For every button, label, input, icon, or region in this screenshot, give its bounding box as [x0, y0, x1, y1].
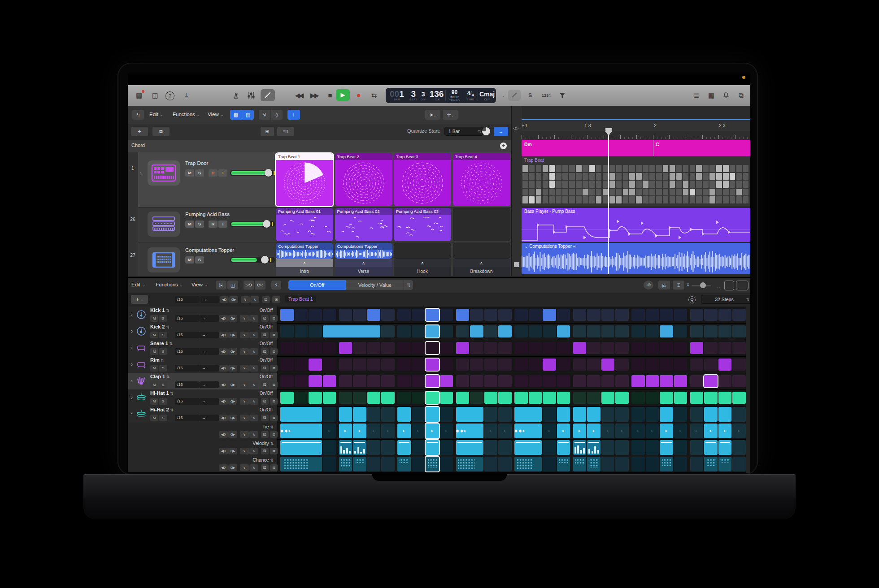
- loop-cell-pumping-acid-bass-02[interactable]: Pumping Acid Bass 02: [335, 208, 392, 241]
- loop-cell-trap-beat-4[interactable]: Trap Beat 4: [453, 153, 510, 206]
- step-velocity-9[interactable]: [397, 440, 411, 455]
- row-increment[interactable]: ∧: [249, 464, 258, 471]
- volume-slider[interactable]: [230, 257, 275, 263]
- bell-icon[interactable]: [720, 90, 732, 101]
- step-clap1-28[interactable]: [674, 375, 688, 387]
- row-nudge-left[interactable]: ◀0: [219, 398, 228, 405]
- row-random-icon[interactable]: ⚄: [261, 348, 269, 355]
- step-rim-15[interactable]: [484, 359, 498, 371]
- step-clap1-10[interactable]: [412, 375, 425, 387]
- step-rim-26[interactable]: [646, 359, 659, 371]
- step-span-chance-13[interactable]: [456, 457, 483, 471]
- row-mute-button[interactable]: M: [150, 415, 158, 421]
- row-decrement[interactable]: ∨: [240, 448, 249, 454]
- seq-row-header-rim[interactable]: ›Rim ⇅On/OffMS/16→◀00▶∨∧⚄⊠: [128, 356, 277, 373]
- seq-menu-edit[interactable]: Edit⌄: [131, 282, 145, 287]
- download-icon[interactable]: ⤓: [181, 90, 192, 101]
- step-snare1-10[interactable]: [412, 342, 425, 354]
- panel-small-icon[interactable]: [724, 281, 734, 290]
- row-playmode-popup[interactable]: →: [200, 315, 219, 322]
- step-hihat2-22[interactable]: [587, 407, 601, 422]
- step-hihat2-28[interactable]: [674, 407, 688, 422]
- quantize-q-icon[interactable]: Q: [688, 296, 696, 303]
- step-hihat1-13[interactable]: [456, 392, 470, 404]
- step-chance-12[interactable]: [440, 457, 453, 471]
- row-rate-popup[interactable]: /16: [175, 365, 200, 372]
- step-clap1-6[interactable]: [353, 375, 366, 387]
- row-clear-icon[interactable]: ⊠: [270, 431, 278, 438]
- step-snare1-27[interactable]: [660, 342, 673, 354]
- step-tie-16[interactable]: ▸: [498, 424, 512, 438]
- volume-slider[interactable]: [230, 170, 275, 176]
- step-hihat1-14[interactable]: [470, 392, 483, 404]
- row-solo-button[interactable]: S: [159, 365, 167, 372]
- step-rim-27[interactable]: [660, 359, 673, 371]
- row-disclosure-icon[interactable]: ›: [131, 328, 133, 334]
- row-increment[interactable]: ∧: [249, 415, 258, 421]
- step-snare1-30[interactable]: [704, 342, 718, 354]
- step-chance-9[interactable]: [397, 457, 411, 471]
- row-random-icon[interactable]: ⚄: [261, 381, 269, 388]
- step-hihat1-15[interactable]: [484, 392, 498, 404]
- playhead[interactable]: [608, 131, 609, 274]
- row-disclosure-icon[interactable]: ›: [131, 311, 133, 318]
- step-kick1-24[interactable]: [615, 309, 629, 321]
- row-solo-button[interactable]: S: [159, 398, 167, 405]
- scene-hook[interactable]: ∧Hook: [394, 259, 451, 276]
- step-snare1-19[interactable]: [543, 342, 556, 354]
- step-chance-4[interactable]: [323, 457, 336, 471]
- row-decrement[interactable]: ∨: [240, 381, 249, 388]
- step-snare1-11[interactable]: [426, 342, 439, 354]
- step-rim-21[interactable]: [573, 359, 587, 371]
- step-chance-26[interactable]: [646, 457, 659, 471]
- grid-mode-icon[interactable]: [514, 262, 519, 267]
- step-tie-15[interactable]: ▸: [484, 424, 498, 438]
- step-hihat2-6[interactable]: [353, 407, 366, 422]
- step-kick1-17[interactable]: [514, 309, 528, 321]
- row-nudge-left[interactable]: ◀0: [219, 415, 228, 421]
- step-hihat1-25[interactable]: [631, 392, 645, 404]
- step-kick1-7[interactable]: [367, 309, 381, 321]
- row-decrement[interactable]: ∨: [240, 348, 249, 355]
- track-s-button[interactable]: S: [195, 220, 204, 228]
- step-clap1-2[interactable]: [295, 375, 308, 387]
- step-hihat2-24[interactable]: [615, 407, 629, 422]
- step-chance-32[interactable]: [732, 457, 746, 471]
- step-tie-5[interactable]: ▸: [339, 424, 352, 438]
- step-rim-29[interactable]: [690, 359, 704, 371]
- step-kick2-25[interactable]: [631, 325, 645, 337]
- row-disclosure-icon[interactable]: ›: [129, 412, 135, 414]
- step-kick2-20[interactable]: [557, 325, 570, 337]
- step-clap1-17[interactable]: [514, 375, 528, 387]
- pattern-region[interactable]: Trap Beat: [522, 157, 750, 206]
- row-increment[interactable]: ∧: [249, 365, 258, 372]
- step-clap1-8[interactable]: [381, 375, 395, 387]
- seq-menu-functions[interactable]: Functions⌄: [156, 282, 183, 287]
- seq-row-header-velocity[interactable]: Velocity ⇅◀00▶∨∧⚄⊠: [128, 439, 277, 456]
- step-kick1-8[interactable]: [381, 309, 395, 321]
- step-kick2-11[interactable]: [426, 325, 439, 337]
- row-increment[interactable]: ∧: [249, 315, 258, 322]
- step-clap1-23[interactable]: [601, 375, 615, 387]
- row-solo-button[interactable]: S: [159, 332, 167, 338]
- step-rim-8[interactable]: [381, 359, 395, 371]
- step-clap1-24[interactable]: [615, 375, 629, 387]
- step-clap1-19[interactable]: [543, 375, 556, 387]
- volume-slider[interactable]: [230, 221, 275, 227]
- row-nudge-right[interactable]: 0▶: [228, 464, 237, 471]
- step-hihat2-15[interactable]: [484, 407, 498, 422]
- row-rate-popup[interactable]: /16: [175, 381, 200, 388]
- step-clap1-13[interactable]: [456, 375, 470, 387]
- seq-menu-view[interactable]: View⌄: [191, 282, 207, 287]
- scene-verse[interactable]: ∧Verse: [335, 259, 392, 276]
- quantize-popup[interactable]: 1 Bar: [444, 127, 483, 136]
- step-tie-4[interactable]: ▸: [323, 424, 336, 438]
- ll-menu-view[interactable]: View⌄: [208, 112, 223, 117]
- step-velocity-22[interactable]: [587, 440, 601, 455]
- bar-ruler[interactable]: ▶11 322 3: [522, 119, 750, 132]
- step-velocity-8[interactable]: [381, 440, 395, 455]
- steps-count-popup[interactable]: 32 Steps: [701, 295, 750, 304]
- collapse-arrows-icon[interactable]: ◁▷: [513, 126, 518, 130]
- solo-mode-button[interactable]: S: [524, 90, 536, 101]
- share-icon[interactable]: ⧉: [735, 90, 747, 101]
